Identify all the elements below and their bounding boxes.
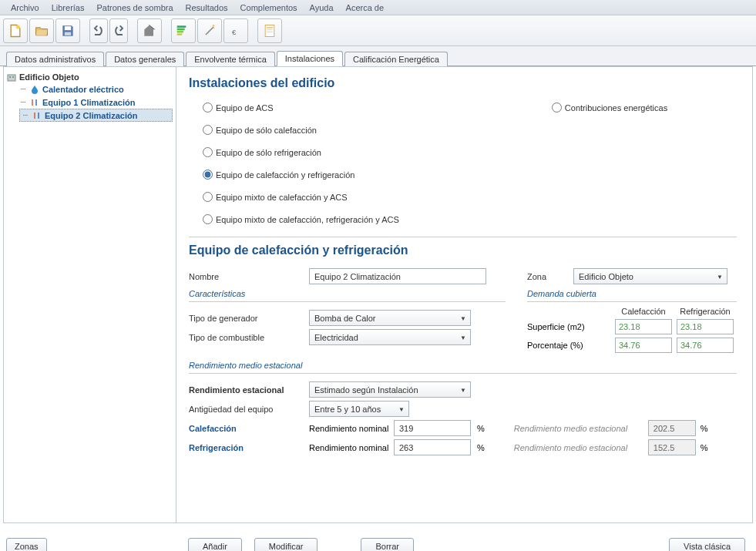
undo-button[interactable] xyxy=(89,18,108,43)
demand-sup-cal[interactable]: 23.18 xyxy=(615,319,672,334)
modificar-button[interactable]: Modificar xyxy=(254,538,318,551)
rend-medio-ref-output xyxy=(648,439,696,455)
demand-head-refrigeracion: Refrigeración xyxy=(677,307,734,316)
menu-bar: Archivo Librerías Patrones de sombra Res… xyxy=(0,0,756,15)
demand-superficie-label: Superficie (m2) xyxy=(527,322,610,331)
building-button[interactable] xyxy=(137,18,162,43)
save-button[interactable] xyxy=(55,18,80,43)
percent-unit: % xyxy=(477,443,485,452)
rating-button[interactable] xyxy=(171,18,196,43)
menu-librerias[interactable]: Librerías xyxy=(45,2,91,14)
svg-rect-14 xyxy=(12,76,14,78)
calefaccion-link[interactable]: Calefacción xyxy=(189,424,309,433)
svg-rect-3 xyxy=(177,25,186,28)
menu-complementos[interactable]: Complementos xyxy=(234,2,304,14)
document-button[interactable] xyxy=(257,18,282,43)
rend-medio-ref-label: Rendimiento medio estacional xyxy=(514,443,648,452)
tab-envolvente[interactable]: Envolvente térmica xyxy=(186,52,275,66)
tree-item-label: Equipo 2 Climatización xyxy=(45,111,137,120)
svg-rect-1 xyxy=(65,26,71,30)
radio-solo-calefaccion[interactable]: Equipo de sólo calefacción xyxy=(203,125,399,135)
menu-patrones[interactable]: Patrones de sombra xyxy=(90,2,179,14)
demand-por-ref[interactable]: 34.76 xyxy=(677,338,734,353)
tree-root[interactable]: Edificio Objeto xyxy=(7,72,173,82)
rendimiento-legend: Rendimiento medio estacional xyxy=(189,361,737,370)
radio-mixto-calef-refrig-acs[interactable]: Equipo mixto de calefacción, refrigeraci… xyxy=(203,214,399,224)
refrigeracion-link[interactable]: Refrigeración xyxy=(189,443,309,452)
tipo-combustible-label: Tipo de combustible xyxy=(189,333,309,342)
water-drop-icon xyxy=(30,85,39,94)
tree-item-calentador[interactable]: ┄ Calentador eléctrico xyxy=(19,82,173,96)
building-icon xyxy=(7,72,16,82)
new-file-button[interactable] xyxy=(3,18,28,43)
tipo-combustible-select[interactable]: Electricidad xyxy=(309,329,471,345)
demand-sup-ref[interactable]: 23.18 xyxy=(677,319,734,334)
antiguedad-select[interactable]: Entre 5 y 10 años xyxy=(309,401,409,417)
tree-item-equipo2[interactable]: ┄ Equipo 2 Climatización xyxy=(19,109,173,122)
radio-contribuciones[interactable]: Contribuciones energéticas xyxy=(552,102,667,113)
menu-resultados[interactable]: Resultados xyxy=(180,2,234,14)
tipo-generador-select[interactable]: Bomba de Calor xyxy=(309,310,471,326)
svg-text:€: € xyxy=(232,29,236,36)
zonas-button[interactable]: Zonas xyxy=(6,538,47,551)
radio-label: Equipo mixto de calefacción y ACS xyxy=(216,193,348,202)
radio-label: Equipo mixto de calefacción, refrigeraci… xyxy=(216,215,399,224)
rend-nominal-cal-input[interactable] xyxy=(394,420,471,436)
tab-calificacion[interactable]: Calificación Energética xyxy=(344,52,448,66)
hvac-icon xyxy=(32,111,42,120)
tab-datos-generales[interactable]: Datos generales xyxy=(106,52,184,66)
content-pane: Instalaciones del edificio Equipo de ACS… xyxy=(176,67,752,522)
percent-unit: % xyxy=(701,443,708,452)
tree-item-equipo1[interactable]: ┄ Equipo 1 Climatización xyxy=(19,96,173,109)
euro-button[interactable]: € xyxy=(223,18,248,43)
rend-nominal-ref-input[interactable] xyxy=(394,439,471,455)
radio-label: Equipo de sólo calefacción xyxy=(216,126,317,135)
svg-rect-12 xyxy=(8,75,15,81)
rend-estacional-select[interactable]: Estimado según Instalación xyxy=(309,381,471,398)
radio-label: Equipo de sólo refrigeración xyxy=(216,148,321,157)
tree-item-label: Calentador eléctrico xyxy=(42,85,124,94)
redo-button[interactable] xyxy=(109,18,128,43)
svg-rect-4 xyxy=(177,28,185,30)
zona-select[interactable]: Edificio Objeto xyxy=(573,268,727,284)
radio-equipo-acs[interactable]: Equipo de ACS xyxy=(203,102,399,113)
anadir-button[interactable]: Añadir xyxy=(188,538,242,551)
radio-label: Equipo de calefacción y refrigeración xyxy=(216,170,354,180)
wand-button[interactable] xyxy=(197,18,222,43)
tree-item-label: Equipo 1 Climatización xyxy=(42,98,135,107)
menu-archivo[interactable]: Archivo xyxy=(5,2,45,14)
vista-clasica-button[interactable]: Vista clásica xyxy=(669,538,745,551)
svg-rect-13 xyxy=(9,76,11,78)
menu-ayuda[interactable]: Ayuda xyxy=(304,2,340,14)
rend-medio-cal-output xyxy=(648,420,696,436)
demand-porcentaje-label: Porcentaje (%) xyxy=(527,341,610,350)
caracteristicas-legend: Características xyxy=(189,289,506,298)
svg-rect-8 xyxy=(265,25,274,36)
tree-line-icon: ┄ xyxy=(22,110,29,120)
tipo-generador-label: Tipo de generador xyxy=(189,314,309,323)
radio-mixto-acs[interactable]: Equipo mixto de calefacción y ACS xyxy=(203,192,399,202)
menu-acerca[interactable]: Acerca de xyxy=(340,2,391,14)
tab-datos-administrativos[interactable]: Datos administrativos xyxy=(6,52,104,66)
nombre-input[interactable] xyxy=(309,268,486,284)
svg-rect-2 xyxy=(65,32,71,35)
tree-root-label: Edificio Objeto xyxy=(19,72,79,82)
toolbar: € xyxy=(0,15,756,46)
tree-line-icon: ┄ xyxy=(19,84,27,94)
radio-solo-refrigeracion[interactable]: Equipo de sólo refrigeración xyxy=(203,147,399,157)
svg-rect-11 xyxy=(267,31,273,32)
svg-rect-6 xyxy=(177,33,183,35)
main-split: Edificio Objeto ┄ Calentador eléctrico ┄… xyxy=(3,66,753,523)
demanda-legend: Demanda cubierta xyxy=(527,289,737,298)
rend-medio-cal-label: Rendimiento medio estacional xyxy=(514,424,648,433)
antiguedad-label: Antigüedad del equipo xyxy=(189,405,309,414)
demand-por-cal[interactable]: 34.76 xyxy=(615,338,672,353)
borrar-button[interactable]: Borrar xyxy=(361,538,414,551)
radio-label: Equipo de ACS xyxy=(216,103,274,113)
demand-head-calefaccion: Calefacción xyxy=(615,307,672,316)
svg-point-0 xyxy=(16,25,20,29)
radio-calef-refrig[interactable]: Equipo de calefacción y refrigeración xyxy=(203,170,399,180)
open-file-button[interactable] xyxy=(29,18,54,43)
radio-label: Contribuciones energéticas xyxy=(565,103,667,113)
tab-instalaciones[interactable]: Instalaciones xyxy=(277,51,343,66)
